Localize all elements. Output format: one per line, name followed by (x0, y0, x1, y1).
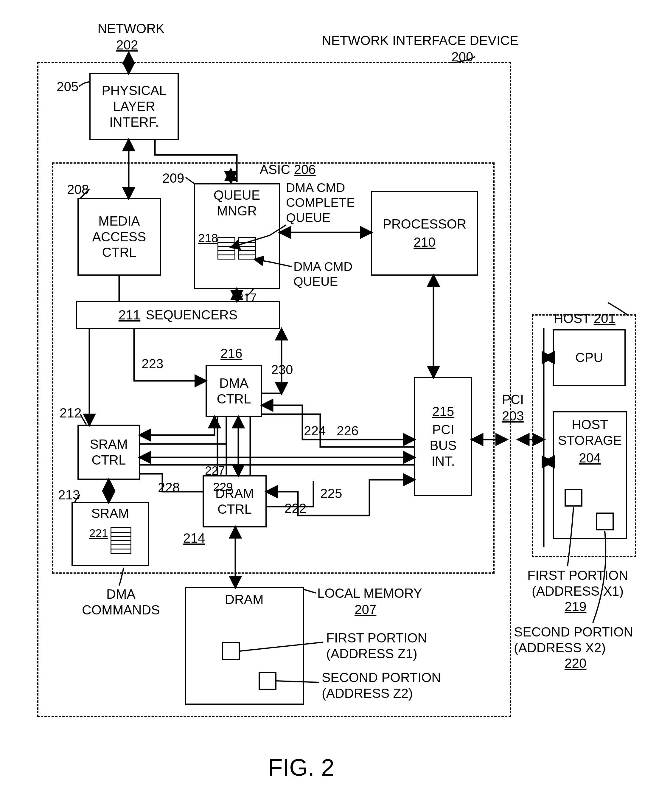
wiring (0, 0, 659, 812)
figure-label: FIG. 2 (268, 754, 334, 781)
diagram-canvas: NETWORK 202 NETWORK INTERFACE DEVICE 200… (0, 0, 659, 812)
svg-line-18 (240, 642, 323, 651)
svg-line-19 (276, 681, 319, 683)
